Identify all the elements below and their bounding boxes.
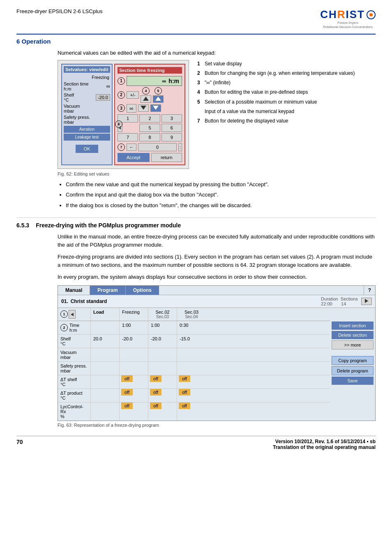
version-text: Version 10/2012, Rev. 1.6 of 16/12/2014 … [273, 439, 376, 444]
num-0-button[interactable]: 0 [138, 143, 177, 151]
time-row: 2 Timeh:m 1:00 1:00 0:30 [58, 321, 330, 335]
col-sec02: Sec.02 Sec.03 [148, 308, 177, 321]
off-badge-9: off [179, 402, 190, 409]
stf-circle-2: 2 [118, 91, 125, 99]
delete-program-button[interactable]: Delete program [332, 366, 374, 375]
duration-value: 22:00 [321, 301, 332, 306]
vacuum-sec03 [148, 348, 177, 361]
btn-spacer-2 [332, 351, 374, 355]
more-button[interactable]: >> more [332, 340, 374, 349]
tab-options[interactable]: Options [126, 286, 159, 295]
insert-section-button[interactable]: Insert section [332, 321, 374, 330]
dt-shelf-sec02: off [120, 375, 148, 388]
stf-sel-btns: 5 [153, 87, 164, 103]
stf-row-2: 2 +/- 4 5 [118, 87, 182, 103]
arrow-down-button[interactable] [138, 104, 149, 112]
nav-right-button[interactable] [361, 298, 372, 305]
header-title: Freeze-dryer EPSILON 2-6 LSCplus [16, 8, 103, 14]
shelf-row: Shelf°C 20.0 -20.0 -20.0 -15.0 [58, 335, 330, 348]
keypad-intro: Numerical values can be edited with the … [58, 50, 376, 56]
accept-button[interactable]: Accept [118, 153, 150, 162]
aeration-button[interactable]: Aeration [64, 126, 110, 133]
section-divider [16, 217, 376, 218]
arrow-up-button[interactable] [141, 95, 151, 103]
sv-section-time-label: Section timeh:m [64, 81, 89, 91]
save-button[interactable]: Save [332, 377, 374, 385]
numbered-list: 1Set value display 2Button for changing … [197, 60, 355, 127]
dt-product-row: ΔT product°C off off off [58, 389, 330, 402]
lyco-label-cell: LycControl-Rx% [58, 402, 91, 421]
shelf-sec02: -20.0 [120, 335, 148, 348]
section-nav-row: 1 Load Freezing Sec.02 Sec.03 Sec.03 [58, 308, 330, 321]
num-9-button[interactable]: 9 [161, 133, 182, 141]
off-badge-7: off [121, 402, 133, 409]
dt-shelf-load [91, 375, 120, 388]
max-button[interactable] [153, 95, 164, 103]
bullet-2: Confirm the input and quit the dialog bo… [66, 191, 376, 199]
dt-product-label-cell: ΔT product°C [58, 389, 91, 402]
vacuum-sec02 [120, 348, 148, 361]
sections-label: Sections [341, 296, 358, 301]
section-653-num: 6.5.3 [16, 222, 29, 229]
stf-bottom-row: 7 ← 0 : [118, 143, 182, 151]
num-7-button[interactable]: 7 [118, 133, 138, 141]
tab-manual[interactable]: Manual [58, 286, 90, 295]
safety-label-cell: Safety press.mbar [58, 362, 91, 375]
num-6-button[interactable]: 6 [161, 124, 182, 132]
christ-logo: CHRIST [320, 8, 376, 21]
off-badge-3: off [179, 375, 190, 382]
duration-info: Duration Sections 22:00 14 [321, 296, 358, 306]
off-badge-6: off [179, 389, 190, 395]
sv-vacuum-label: Vacuummbar [64, 104, 80, 113]
num-2-button[interactable]: 2 [139, 114, 160, 123]
stf-display-row: 1 ∞ h:m [118, 76, 182, 86]
delete-section-button[interactable]: Delete section [332, 331, 374, 339]
section-title: 6 Operation [16, 38, 376, 45]
sv-row-safety: Safety press.mbar [64, 115, 110, 125]
keypad-section: Numerical values can be edited with the … [58, 50, 376, 210]
translation-text: Translation of the original operating ma… [273, 444, 376, 450]
logo-subtitle: Freeze Dryers Rotational-Vacuum-Concentr… [323, 21, 372, 30]
time-sec04: 0:30 [177, 321, 206, 334]
copy-program-button[interactable]: Copy program [332, 356, 374, 365]
off-badge-4: off [121, 389, 133, 395]
sv-shelf-label: Shelf°C [64, 92, 74, 102]
num-3-button[interactable]: 3 [161, 114, 182, 123]
min-button[interactable] [150, 104, 161, 112]
tab-program[interactable]: Program [90, 286, 125, 295]
page-header: Freeze-dryer EPSILON 2-6 LSCplus CHRIST … [16, 8, 376, 30]
dt-shelf-sec03: off [148, 375, 177, 388]
sv-row-shelf: Shelf°C -20.0 [64, 92, 110, 102]
section-653-header: 6.5.3 Freeze-drying with the PGMplus pro… [16, 222, 376, 229]
dt-shelf-label-cell: ΔT shelf°C [58, 375, 91, 388]
safety-row: Safety press.mbar [58, 362, 330, 375]
stf-circle-7: 7 [118, 143, 125, 151]
num-5-button[interactable]: 5 [139, 124, 160, 132]
num-8-button[interactable]: 8 [139, 133, 160, 141]
col-sec04: Sec.03 Sec.04 [177, 308, 206, 321]
nav-prev-button[interactable] [69, 310, 76, 319]
section-653-content: Unlike in the manual mode, an entire fre… [58, 233, 376, 428]
program-table: Manual Program Options ? 01. Christ stan… [58, 285, 376, 421]
section-653-para1: Unlike in the manual mode, an entire fre… [58, 233, 376, 249]
backspace-button[interactable]: ← [127, 143, 136, 151]
colon-button[interactable]: : [178, 143, 182, 151]
tab-question[interactable]: ? [364, 286, 375, 295]
return-button[interactable]: return [151, 153, 182, 162]
dt-product-sec03: off [148, 389, 177, 402]
ok-button[interactable]: OK [76, 145, 99, 153]
inf-button[interactable]: ∞ [127, 104, 136, 113]
stf-number-grid: 1 2 3 6 4 5 6 7 8 9 [118, 114, 182, 141]
list-item-5: 5Selection of a possible maximum or mini… [197, 98, 355, 106]
section-653-title: Freeze-drying with the PGMplus programme… [36, 222, 181, 229]
sv-inf-icon: ∞ [106, 83, 110, 89]
stf-circle-6: 6 [115, 120, 122, 128]
plus-minus-button[interactable]: +/- [127, 91, 139, 99]
list-item-2: 2Button for changing the sign (e.g. when… [197, 69, 355, 77]
stf-display: ∞ h:m [127, 76, 182, 86]
page-footer: 70 Version 10/2012, Rev. 1.6 of 16/12/20… [16, 436, 376, 450]
program-body: 1 Load Freezing Sec.02 Sec.03 Sec.03 [58, 308, 375, 421]
logo-area: CHRIST Freeze Dryers Rotational-Vacuum-C… [320, 8, 376, 30]
leakage-button[interactable]: Leakage test [64, 134, 110, 141]
figure-62-panel: Setvalues: view/edit Freezing Section ti… [58, 60, 189, 169]
